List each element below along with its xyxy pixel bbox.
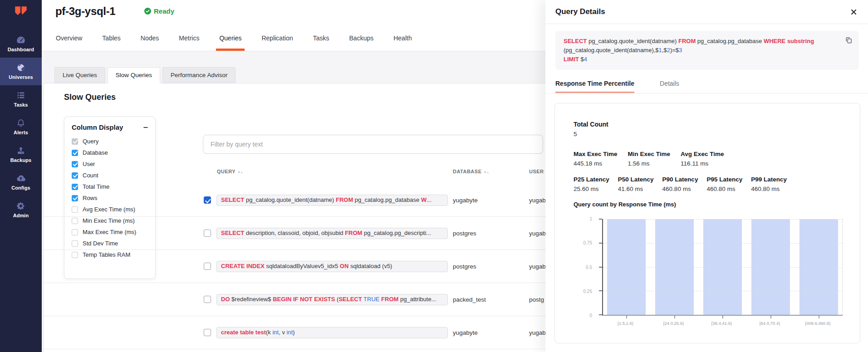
checkbox-icon[interactable] xyxy=(72,161,78,167)
query-subtabs: Live QueriesSlow QueriesPerformance Advi… xyxy=(54,67,235,83)
user-cell: yugab xyxy=(529,230,546,237)
query-text-chip[interactable]: DO $redefineview$ BEGIN IF NOT EXISTS (S… xyxy=(216,294,448,305)
tab-queries[interactable]: Queries xyxy=(216,34,245,51)
universes-globe-icon xyxy=(16,63,26,73)
column-option-label: Database xyxy=(83,149,108,156)
sidebar-nav: DashboardUniversesTasksAlertsBackupsConf… xyxy=(0,30,42,224)
sidebar-item-admin[interactable]: Admin xyxy=(0,196,42,224)
row-checkbox[interactable] xyxy=(204,329,211,336)
row-checkbox[interactable] xyxy=(204,296,211,303)
tab-tasks[interactable]: Tasks xyxy=(310,34,333,51)
tab-metrics[interactable]: Metrics xyxy=(176,34,202,51)
stat-min-exec-time: Min Exec Time1.56 ms xyxy=(628,151,671,167)
user-cell: yugab xyxy=(529,329,546,336)
query-text-chip[interactable]: create table test(k int, v int) xyxy=(216,327,448,338)
database-cell: yugabyte xyxy=(453,329,478,336)
configs-cloud-icon xyxy=(16,173,26,183)
tab-nodes[interactable]: Nodes xyxy=(137,34,162,51)
stat-p25-latency: P25 Latency25.60 ms xyxy=(574,176,609,192)
yugabyte-logo[interactable] xyxy=(12,5,29,22)
user-cell: yugab xyxy=(529,263,546,270)
user-cell: yugab xyxy=(529,197,546,204)
database-cell: packed_test xyxy=(453,296,486,303)
chart-x-label: [38.4,41.6) xyxy=(711,321,732,326)
tab-replication[interactable]: Replication xyxy=(258,34,296,51)
table-row[interactable]: DO $redefineview$ BEGIN IF NOT EXISTS (S… xyxy=(44,283,569,316)
column-option-database[interactable]: Database xyxy=(72,147,148,158)
column-header-query[interactable]: QUERY▼▲ xyxy=(217,169,243,174)
query-filter-input[interactable] xyxy=(203,135,543,154)
panel-tab-response-time-percentile[interactable]: Response Time Percentile xyxy=(555,80,634,93)
sql-line: LIMIT $4 xyxy=(564,55,839,64)
admin-gear-icon xyxy=(16,201,26,211)
panel-title: Query Details xyxy=(555,7,605,16)
database-cell: postgres xyxy=(453,263,476,270)
tab-overview[interactable]: Overview xyxy=(53,34,85,51)
table-row[interactable]: create table test(k int, v int)yugabytey… xyxy=(44,316,569,349)
percentile-card: Total Count 5 Max Exec Time445.18 msMin … xyxy=(554,103,860,343)
query-rows: SELECT pg_catalog.quote_ident(datname) F… xyxy=(44,184,569,349)
subtab-slow-queries[interactable]: Slow Queries xyxy=(108,67,160,83)
sidebar: DashboardUniversesTasksAlertsBackupsConf… xyxy=(0,0,42,352)
row-checkbox[interactable] xyxy=(204,263,211,270)
close-icon[interactable] xyxy=(850,9,857,15)
column-display-title: Column Display xyxy=(72,123,123,131)
sql-lines: SELECT pg_catalog.quote_ident(datname) F… xyxy=(564,37,839,64)
column-option-label: User xyxy=(83,161,95,167)
sort-icon[interactable]: ▼▲ xyxy=(483,171,489,174)
subtab-performance-advisor[interactable]: Performance Advisor xyxy=(162,67,235,83)
sidebar-item-label: Backups xyxy=(0,157,42,163)
sidebar-item-tasks[interactable]: Tasks xyxy=(0,85,42,113)
check-circle-icon xyxy=(144,8,151,15)
minus-icon[interactable]: − xyxy=(143,124,148,131)
table-header: QUERY▼▲DATABASE▼▲USER▼▲ xyxy=(44,169,569,178)
tab-backups[interactable]: Backups xyxy=(346,34,377,51)
chart-x-label: [1.5,1.6) xyxy=(618,321,633,326)
stat-p50-latency: P50 Latency41.60 ms xyxy=(618,176,654,192)
database-cell: postgres xyxy=(453,230,476,237)
dashboard-gauge-icon xyxy=(16,35,26,45)
chart-title: Query count by Response Time (ms) xyxy=(574,201,676,208)
sql-line: SELECT pg_catalog.quote_ident(datname) F… xyxy=(564,37,839,46)
checkbox-icon[interactable] xyxy=(72,150,78,156)
row-checkbox[interactable] xyxy=(204,196,211,204)
stat-p90-latency: P90 Latency460.80 ms xyxy=(662,176,698,192)
sort-icon[interactable]: ▼▲ xyxy=(237,171,243,174)
total-count-value: 5 xyxy=(574,131,608,137)
sidebar-item-dashboard[interactable]: Dashboard xyxy=(0,30,42,58)
chart-plot xyxy=(602,219,843,316)
chart-x-label: [409.6,460.8) xyxy=(805,321,831,326)
sidebar-item-alerts[interactable]: Alerts xyxy=(0,113,42,141)
panel-tab-details[interactable]: Details xyxy=(660,80,679,93)
total-count-stat: Total Count 5 xyxy=(574,121,608,137)
tab-health[interactable]: Health xyxy=(390,34,415,51)
query-text-chip[interactable]: SELECT pg_catalog.quote_ident(datname) F… xyxy=(216,195,448,206)
chart-y-axis-labels: 00.250.50.751 xyxy=(573,219,598,316)
column-option-query[interactable]: Query xyxy=(72,136,148,147)
database-cell: yugabyte xyxy=(453,197,478,204)
query-text-chip[interactable]: CREATE INDEX sqldataloadByValuev5_idx5 O… xyxy=(216,261,448,272)
checkbox-icon[interactable] xyxy=(72,138,78,145)
table-row[interactable]: CREATE INDEX sqldataloadByValuev5_idx5 O… xyxy=(44,250,569,283)
sidebar-item-configs[interactable]: Configs xyxy=(0,168,42,196)
sidebar-item-label: Universes xyxy=(0,74,42,80)
table-row[interactable]: SELECT description, classoid, objoid, ob… xyxy=(44,217,569,250)
sidebar-item-label: Alerts xyxy=(0,130,42,135)
subtab-live-queries[interactable]: Live Queries xyxy=(54,67,105,83)
chart-x-axis-labels: [1.5,1.6)[24.0,25.6)[38.4,41.6)[64.0,70.… xyxy=(602,321,843,327)
alerts-bell-icon xyxy=(16,118,26,128)
stat-max-exec-time: Max Exec Time445.18 ms xyxy=(574,151,618,167)
sidebar-item-universes[interactable]: Universes xyxy=(0,58,42,85)
column-option-user[interactable]: User xyxy=(72,158,148,170)
copy-icon[interactable] xyxy=(844,36,853,44)
status-badge: Ready xyxy=(144,7,174,15)
chart-x-label: [64.0,70.4) xyxy=(760,321,780,326)
row-checkbox[interactable] xyxy=(204,230,211,237)
table-row[interactable]: SELECT pg_catalog.quote_ident(datname) F… xyxy=(44,184,569,217)
column-header-database[interactable]: DATABASE▼▲ xyxy=(453,169,489,174)
sidebar-item-label: Tasks xyxy=(0,102,42,108)
tab-tables[interactable]: Tables xyxy=(99,34,123,51)
backups-upload-icon xyxy=(16,146,26,156)
sidebar-item-backups[interactable]: Backups xyxy=(0,141,42,168)
query-text-chip[interactable]: SELECT description, classoid, objoid, ob… xyxy=(216,228,448,239)
